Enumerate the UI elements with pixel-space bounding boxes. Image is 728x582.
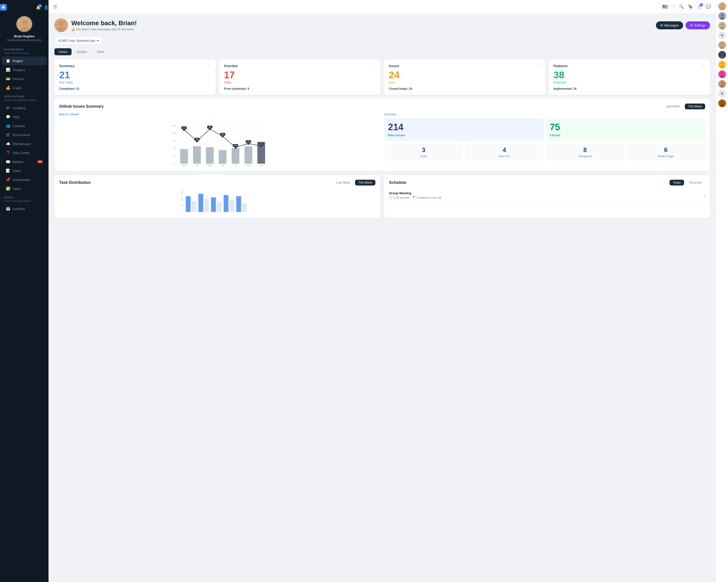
sidebar-item-academy[interactable]: 🎓 Academy [2,104,47,112]
svg-point-7 [57,27,65,32]
svg-point-75 [720,17,724,20]
sidebar-item-tasks[interactable]: ✅ Tasks [2,184,47,193]
chat-icon[interactable]: 💬 [706,4,711,9]
chart-area: New vs. Closed 0 9 18 27 36 45 [59,113,380,166]
user-email: hughes.brian@company.com [7,38,42,41]
right-avatar-1[interactable] [718,2,726,10]
svg-rect-23 [219,150,227,164]
sidebar-item-label: ECommerce [12,133,40,137]
new-issues-label: New Issues [388,133,540,137]
chevron-right-icon: › [42,134,43,136]
card-menu-icon[interactable]: ⋮ [371,63,375,68]
right-avatar-5[interactable] [718,41,726,49]
cart-icon[interactable]: 🛒 5 [697,4,702,9]
messages-button[interactable]: ✉ Messages [656,21,683,29]
schedule-location: 📍 Conference room 1B [412,196,441,199]
card-sub: Due Tasks [59,81,211,84]
schedule-info: Group Meeting 🕐 in 32 minutes 📍 Conferen… [389,191,441,199]
sidebar-item-notes[interactable]: 📝 Notes [2,166,47,175]
svg-text:42: 42 [183,127,185,129]
search-icon[interactable]: 🔍 [679,4,684,9]
tab-home[interactable]: Home [54,48,72,55]
hamburger-icon[interactable]: ☰ [53,4,57,9]
sidebar-item-label: Project [12,59,43,63]
svg-rect-67 [230,200,234,212]
right-avatar-7[interactable] [718,61,726,68]
right-avatar-10[interactable]: M [718,90,726,98]
main-content: ☰ 🇺🇸 ⛶ 🔍 🔖 🛒 5 💬 Welcome back, Brian! 🔔 … [49,0,716,582]
wont-fix-label: Won't Fix [499,155,510,158]
sidebar: 🔔 3 👤 Brian Hughes hughes.brian@company.… [0,0,49,582]
right-avatar-3[interactable] [718,22,726,30]
svg-text:34: 34 [222,133,224,136]
schedule-title: Schedule [389,181,406,185]
sidebar-item-ecommerce[interactable]: 🛒 ECommerce › [2,131,47,139]
overview-top: 214 New Issues 75 Closed [384,118,705,141]
right-avatar-9[interactable] [718,80,726,88]
project-selector[interactable]: ACME Corp. Backend App ▾ [54,37,102,45]
sidebar-item-label: Analytics [12,68,43,72]
dashboards-section: DASHBOARDS Unique dashboard designs 📋 Pr… [0,45,49,92]
closed-number: 75 [550,122,702,132]
sidebar-item-filemanager[interactable]: ☁️ File Manager [2,139,47,148]
closed-card: 75 Closed [546,118,705,141]
sidebar-item-scrumboard[interactable]: 📌 Scrumboard [2,175,47,184]
card-title: Features [553,64,568,68]
fullscreen-icon[interactable]: ⛶ [672,5,675,9]
svg-point-87 [720,65,724,68]
right-avatar-6[interactable] [718,51,726,59]
tomorrow-btn[interactable]: Tomorrow [685,180,705,186]
svg-point-1 [3,6,4,8]
sidebar-item-label: Chat [12,115,43,119]
task-last-week-btn[interactable]: Last Week [333,180,353,186]
sidebar-item-crypto[interactable]: 💰 Crypto [2,83,47,92]
sidebar-item-analytics[interactable]: 📊 Analytics [2,65,47,74]
tab-team[interactable]: Team [92,48,109,55]
card-header: Issues ⋮ [389,63,540,68]
tab-budget[interactable]: Budget [73,48,91,55]
wont-fix-number: 4 [502,146,506,154]
sidebar-item-chat[interactable]: 💬 Chat [2,113,47,121]
svg-text:Wed: Wed [207,164,212,166]
flag-icon[interactable]: 🇺🇸 [662,4,668,9]
svg-rect-64 [211,197,216,212]
dashboards-sub: Unique dashboard designs [0,52,49,56]
settings-button[interactable]: ⚙ Settings [685,21,710,29]
sidebar-item-finance[interactable]: 💳 Finance [2,75,47,83]
sidebar-item-activities[interactable]: 📅 Activities [2,204,47,213]
content-area: Welcome back, Brian! 🔔 You have 2 new me… [49,13,716,582]
ecommerce-icon: 🛒 [6,133,10,137]
right-avatar-11[interactable] [718,100,726,107]
card-menu-icon[interactable]: ⋮ [207,63,211,68]
svg-rect-66 [224,195,229,212]
last-week-btn[interactable]: Last Week [663,104,683,109]
sidebar-item-contacts[interactable]: 👥 Contacts [2,121,47,130]
schedule-header: Schedule Today Tomorrow [389,180,705,186]
new-issues-card: 214 New Issues [384,118,544,141]
svg-text:40: 40 [181,189,183,191]
svg-point-78 [720,26,724,29]
pages-sub: Custom made page designs [0,200,49,204]
sidebar-item-mailbox[interactable]: ✉️ Mailbox 27 [2,157,47,166]
card-footer: Implemented: 16 [553,87,705,90]
right-avatar-8[interactable] [718,70,726,78]
card-menu-icon[interactable]: ⋮ [536,63,540,68]
user-icon[interactable]: 👤 [44,5,49,10]
sidebar-item-helpcenter[interactable]: ❓ Help Center › [2,148,47,157]
line-bar-chart: 0 9 18 27 36 45 [59,118,380,166]
this-week-btn[interactable]: This Week [685,104,705,109]
today-btn[interactable]: Today [670,180,684,186]
right-avatar-2[interactable] [718,12,726,20]
schedule-toggle: Today Tomorrow [670,180,705,186]
reopened-number: 8 [583,146,587,154]
svg-text:25: 25 [247,141,250,143]
task-this-week-btn[interactable]: This Week [355,180,375,186]
bookmark-icon[interactable]: 🔖 [688,4,693,9]
sidebar-item-project[interactable]: 📋 Project [2,56,47,65]
right-avatar-4[interactable]: M [718,31,726,39]
notification-bell[interactable]: 🔔 3 [36,5,41,10]
schedule-chevron[interactable]: › [704,193,705,198]
card-menu-icon[interactable]: ⋮ [701,63,705,68]
crypto-icon: 💰 [6,86,10,90]
sidebar-item-label: File Manager [12,142,43,146]
